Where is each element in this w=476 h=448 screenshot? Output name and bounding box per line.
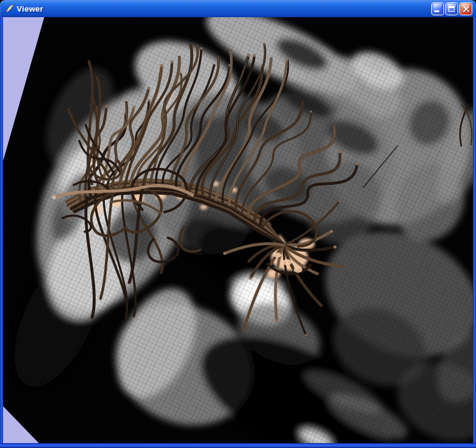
mri-slice-plane — [0, 0, 476, 448]
window-controls — [431, 2, 472, 15]
feather-icon — [4, 4, 14, 13]
close-button[interactable] — [459, 2, 472, 15]
window-border-bottom[interactable] — [0, 443, 476, 448]
window-title: Viewer — [17, 4, 43, 13]
window-border-left[interactable] — [0, 17, 3, 443]
minimize-icon — [434, 10, 439, 12]
tractography-viewport-3d[interactable] — [0, 0, 476, 448]
viewer-window: Viewer — [0, 0, 476, 448]
maximize-button[interactable] — [445, 2, 458, 15]
maximize-icon — [448, 6, 455, 12]
minimize-button[interactable] — [431, 2, 444, 15]
close-icon — [460, 3, 472, 15]
window-border-right[interactable] — [473, 17, 476, 443]
window-titlebar[interactable]: Viewer — [0, 0, 476, 17]
